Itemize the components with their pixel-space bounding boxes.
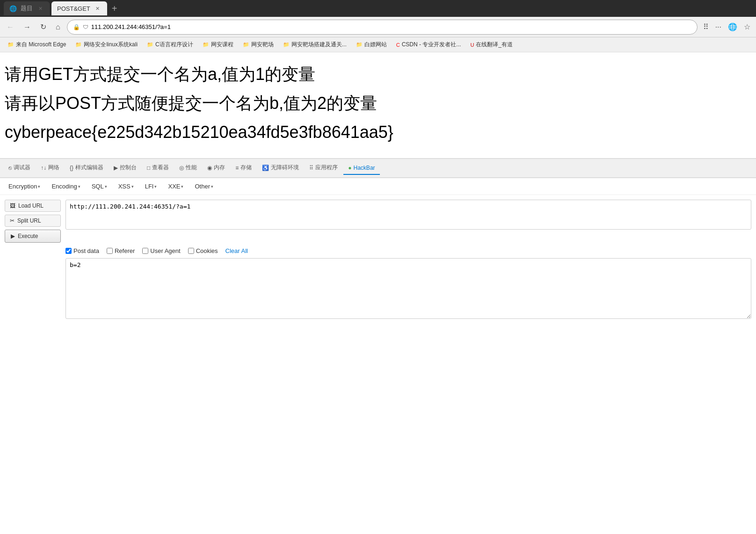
new-tab-button[interactable]: + [109, 3, 120, 14]
home-button[interactable]: ⌂ [53, 21, 63, 33]
sql-caret: ▾ [105, 184, 107, 189]
bookmark-label: 网安课程 [211, 41, 233, 49]
split-url-button[interactable]: ✂ Split URL [5, 215, 61, 227]
bookmark-item[interactable]: 📁 网安靶场 [239, 40, 277, 50]
clear-all-button[interactable]: Clear All [225, 247, 248, 254]
memory-icon: ◉ [207, 165, 212, 171]
user-agent-checkbox[interactable] [142, 248, 148, 254]
sql-label: SQL [92, 183, 104, 190]
post-data-checkbox[interactable] [65, 248, 72, 254]
devtool-tab-debugger[interactable]: ⎋ 调试器 [4, 161, 35, 175]
referer-checkbox[interactable] [107, 248, 113, 254]
bookmark-translate[interactable]: U 在线翻译_有道 [466, 40, 516, 50]
bookmark-label: 网安靶场 [251, 41, 274, 49]
lfi-caret: ▾ [154, 184, 157, 189]
devtool-tab-label: 无障碍环境 [271, 164, 299, 172]
devtool-tab-label: 性能 [186, 164, 197, 172]
devtool-tab-inspector[interactable]: □ 查看器 [142, 161, 174, 175]
translate-icon: U [470, 42, 474, 48]
referer-option[interactable]: Referer [107, 247, 135, 254]
tab-1-close[interactable]: ✕ [36, 5, 44, 12]
execute-button[interactable]: ▶ Execute [5, 230, 61, 243]
tab-2-label: POST&GET [57, 5, 90, 12]
xxe-menu[interactable]: XXE ▾ [163, 181, 188, 192]
devtool-tab-label: HackBar [354, 165, 375, 171]
bookmark-item[interactable]: 📁 C语言程序设计 [143, 40, 197, 50]
devtool-tab-storage[interactable]: ≡ 存储 [231, 161, 256, 175]
sql-menu[interactable]: SQL ▾ [87, 181, 112, 192]
hackbar-panel: Encryption ▾ Encoding ▾ SQL ▾ XSS ▾ LFI … [0, 178, 756, 325]
address-bar[interactable]: 🔒 🛡 [67, 20, 698, 35]
devtool-tab-console[interactable]: ▶ 控制台 [109, 161, 141, 175]
hackbar-url-input[interactable]: http://111.200.241.244:46351/?a=1 [65, 200, 751, 230]
tab-2[interactable]: POST&GET ✕ [51, 1, 107, 15]
hackbar-actions: 🖼 Load URL ✂ Split URL ▶ Execute [5, 200, 61, 243]
bookmark-label: 在线翻译_有道 [476, 41, 513, 49]
devtool-tab-memory[interactable]: ◉ 内存 [203, 161, 230, 175]
more-button[interactable]: ··· [713, 21, 723, 33]
devtool-tab-accessibility[interactable]: ♿ 无障碍环境 [257, 161, 304, 175]
network-icon: ↑↓ [41, 165, 46, 171]
referer-label: Referer [115, 247, 135, 254]
encoding-label: Encoding [51, 183, 77, 190]
devtool-tab-performance[interactable]: ◎ 性能 [174, 161, 202, 175]
devtool-tab-label: 内存 [214, 164, 225, 172]
devtool-tab-apps[interactable]: ⠿ 应用程序 [305, 161, 342, 175]
debugger-icon: ⎋ [8, 165, 12, 171]
encryption-caret: ▾ [38, 184, 40, 189]
other-caret: ▾ [211, 184, 213, 189]
encoding-caret: ▾ [78, 184, 80, 189]
bookmark-icon: 📁 [203, 42, 209, 48]
xss-menu[interactable]: XSS ▾ [114, 181, 138, 192]
extensions-button[interactable]: ⠿ [701, 21, 711, 33]
bookmark-item[interactable]: 📁 网络安全linux系统kali [72, 40, 141, 50]
bookmark-csdn[interactable]: C CSDN - 专业开发者社... [393, 40, 465, 50]
hackbar-icon: ● [348, 165, 351, 171]
cookies-option[interactable]: Cookies [188, 247, 218, 254]
post-data-section: Post data Referer User Agent Cookies Cle… [0, 247, 756, 325]
bookmark-icon: 📁 [356, 42, 363, 48]
bookmarks-bar: 📁 来自 Microsoft Edge 📁 网络安全linux系统kali 📁 … [0, 37, 756, 52]
page-content: 请用GET方式提交一个名为a,值为1的变量 请再以POST方式随便提交一个名为b… [0, 52, 756, 158]
devtool-tab-label: 样式编辑器 [75, 164, 103, 172]
bookmark-item[interactable]: 📁 网安靶场搭建及通关... [279, 40, 350, 50]
security-icon: 🔒 [73, 24, 80, 30]
load-url-button[interactable]: 🖼 Load URL [5, 200, 61, 212]
tab-1-label: 题目 [21, 4, 33, 13]
encoding-menu[interactable]: Encoding ▾ [47, 181, 85, 192]
devtool-tab-network[interactable]: ↑↓ 网络 [36, 161, 64, 175]
refresh-button[interactable]: ↻ [37, 21, 49, 33]
other-menu[interactable]: Other ▾ [190, 181, 218, 192]
page-line1: 请用GET方式提交一个名为a,值为1的变量 [5, 62, 751, 87]
translate-button[interactable]: 🌐 [726, 21, 739, 33]
cookies-checkbox[interactable] [188, 248, 194, 254]
devtools: ⎋ 调试器 ↑↓ 网络 {} 样式编辑器 ▶ 控制台 □ 查看器 ◎ 性能 ◉ … [0, 158, 756, 325]
back-button[interactable]: ← [4, 21, 17, 33]
tab-1[interactable]: 🌐 题目 ✕ [4, 1, 50, 15]
bookmark-item[interactable]: 📁 网安课程 [199, 40, 237, 50]
inspector-icon: □ [147, 165, 150, 171]
lfi-menu[interactable]: LFI ▾ [140, 181, 162, 192]
load-url-label: Load URL [18, 202, 44, 209]
post-data-label: Post data [73, 247, 99, 254]
bookmark-icon: 📁 [75, 42, 82, 48]
address-input[interactable] [91, 23, 691, 30]
forward-button[interactable]: → [21, 21, 34, 33]
tab-2-close[interactable]: ✕ [94, 5, 102, 12]
post-options: Post data Referer User Agent Cookies Cle… [65, 247, 751, 254]
post-data-textarea[interactable]: b=2 [65, 258, 751, 319]
devtool-tab-hackbar[interactable]: ● HackBar [343, 162, 379, 175]
devtool-tab-style[interactable]: {} 样式编辑器 [65, 161, 108, 175]
bookmark-item[interactable]: 📁 白嫖网站 [352, 40, 391, 50]
post-data-option[interactable]: Post data [65, 247, 99, 254]
user-agent-label: User Agent [150, 247, 180, 254]
user-agent-option[interactable]: User Agent [142, 247, 180, 254]
lfi-label: LFI [145, 183, 154, 190]
bookmark-item[interactable]: 📁 来自 Microsoft Edge [4, 40, 70, 50]
tab-bar: 🌐 题目 ✕ POST&GET ✕ + [0, 0, 756, 17]
execute-label: Execute [18, 233, 38, 239]
encryption-menu[interactable]: Encryption ▾ [4, 181, 45, 192]
xxe-label: XXE [168, 183, 180, 190]
favorites-button[interactable]: ☆ [742, 21, 752, 33]
apps-icon: ⠿ [309, 165, 313, 171]
